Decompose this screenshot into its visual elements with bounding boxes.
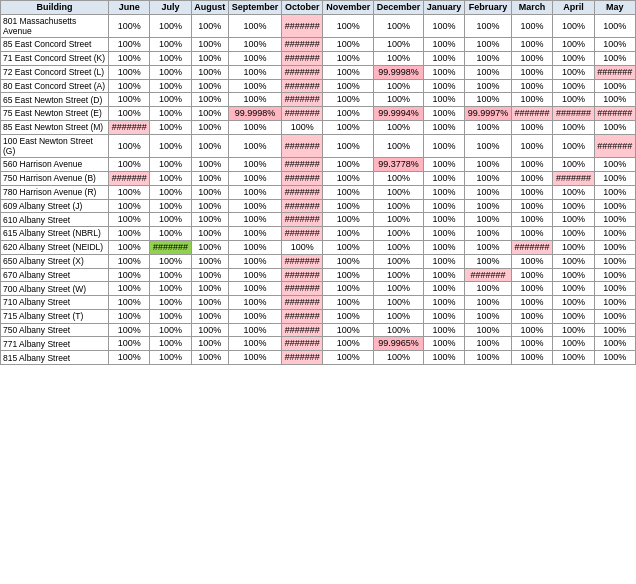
cell-value: 100% <box>191 185 228 199</box>
cell-value: 100% <box>464 240 511 254</box>
cell-value: 100% <box>191 199 228 213</box>
cell-value: 100% <box>150 107 191 121</box>
cell-value: 100% <box>323 171 374 185</box>
cell-value: 100% <box>511 213 552 227</box>
cell-value: 100% <box>109 65 150 79</box>
cell-value: 100% <box>191 323 228 337</box>
cell-value: 100% <box>553 268 594 282</box>
cell-value: 100% <box>511 51 552 65</box>
cell-value: 100% <box>191 282 228 296</box>
table-row: 65 East Newton Street (D)100%100%100%100… <box>1 93 636 107</box>
cell-value: 100% <box>511 158 552 172</box>
col-may: May <box>594 1 635 15</box>
cell-value: 100% <box>553 38 594 52</box>
cell-value: 100% <box>424 296 465 310</box>
cell-value: 100% <box>109 185 150 199</box>
building-name: 65 East Newton Street (D) <box>1 93 109 107</box>
cell-value: ####### <box>282 93 323 107</box>
cell-value: 100% <box>228 227 281 241</box>
col-february: February <box>464 1 511 15</box>
cell-value: 100% <box>553 351 594 365</box>
cell-value: 100% <box>594 268 635 282</box>
cell-value: 100% <box>594 14 635 37</box>
cell-value: 100% <box>594 38 635 52</box>
cell-value: ####### <box>282 51 323 65</box>
table-row: 771 Albany Street100%100%100%100%#######… <box>1 337 636 351</box>
cell-value: 100% <box>373 323 423 337</box>
cell-value: 100% <box>191 158 228 172</box>
cell-value: 100% <box>553 296 594 310</box>
building-name: 80 East Concord Street (A) <box>1 79 109 93</box>
cell-value: 99.3778% <box>373 158 423 172</box>
cell-value: ####### <box>150 240 191 254</box>
cell-value: 100% <box>228 51 281 65</box>
cell-value: 100% <box>594 351 635 365</box>
table-row: 650 Albany Street (X)100%100%100%100%###… <box>1 254 636 268</box>
cell-value: 100% <box>228 351 281 365</box>
table-row: 85 East Concord Street100%100%100%100%##… <box>1 38 636 52</box>
table-row: 560 Harrison Avenue100%100%100%100%#####… <box>1 158 636 172</box>
cell-value: 100% <box>424 185 465 199</box>
cell-value: ####### <box>282 65 323 79</box>
cell-value: 100% <box>373 240 423 254</box>
cell-value: 100% <box>191 107 228 121</box>
cell-value: 100% <box>511 38 552 52</box>
cell-value: 100% <box>594 158 635 172</box>
col-april: April <box>553 1 594 15</box>
cell-value: 100% <box>109 351 150 365</box>
cell-value: 100% <box>191 14 228 37</box>
cell-value: 100% <box>150 120 191 134</box>
building-name: 620 Albany Street (NEIDL) <box>1 240 109 254</box>
cell-value: 100% <box>594 254 635 268</box>
cell-value: ####### <box>511 107 552 121</box>
building-name: 771 Albany Street <box>1 337 109 351</box>
cell-value: 100% <box>323 120 374 134</box>
cell-value: ####### <box>511 240 552 254</box>
cell-value: 100% <box>373 282 423 296</box>
cell-value: 100% <box>150 199 191 213</box>
cell-value: 100% <box>594 51 635 65</box>
building-name: 801 Massachusetts Avenue <box>1 14 109 37</box>
cell-value: 100% <box>373 254 423 268</box>
cell-value: 100% <box>109 254 150 268</box>
cell-value: 100% <box>511 171 552 185</box>
cell-value: 100% <box>150 93 191 107</box>
cell-value: ####### <box>594 134 635 157</box>
cell-value: 100% <box>464 120 511 134</box>
table-row: 609 Albany Street (J)100%100%100%100%###… <box>1 199 636 213</box>
cell-value: 100% <box>424 351 465 365</box>
cell-value: 100% <box>373 296 423 310</box>
cell-value: 100% <box>594 323 635 337</box>
cell-value: 100% <box>109 227 150 241</box>
cell-value: 100% <box>228 282 281 296</box>
cell-value: 100% <box>150 185 191 199</box>
cell-value: 100% <box>191 268 228 282</box>
cell-value: 100% <box>150 79 191 93</box>
cell-value: 100% <box>594 79 635 93</box>
cell-value: 100% <box>424 38 465 52</box>
cell-value: 100% <box>191 254 228 268</box>
cell-value: 100% <box>424 51 465 65</box>
cell-value: 100% <box>424 93 465 107</box>
cell-value: 100% <box>323 185 374 199</box>
cell-value: 100% <box>594 240 635 254</box>
col-january: January <box>424 1 465 15</box>
cell-value: 100% <box>191 296 228 310</box>
cell-value: ####### <box>553 171 594 185</box>
cell-value: 100% <box>109 240 150 254</box>
cell-value: 100% <box>511 296 552 310</box>
cell-value: 100% <box>191 38 228 52</box>
cell-value: 100% <box>191 134 228 157</box>
cell-value: 100% <box>464 93 511 107</box>
cell-value: 100% <box>228 254 281 268</box>
cell-value: 100% <box>464 254 511 268</box>
cell-value: 100% <box>228 14 281 37</box>
cell-value: 100% <box>464 79 511 93</box>
cell-value: 100% <box>150 323 191 337</box>
table-row: 710 Albany Street100%100%100%100%#######… <box>1 296 636 310</box>
cell-value: 100% <box>282 240 323 254</box>
cell-value: 100% <box>150 337 191 351</box>
cell-value: 100% <box>228 120 281 134</box>
table-row: 670 Albany Street100%100%100%100%#######… <box>1 268 636 282</box>
cell-value: ####### <box>282 227 323 241</box>
